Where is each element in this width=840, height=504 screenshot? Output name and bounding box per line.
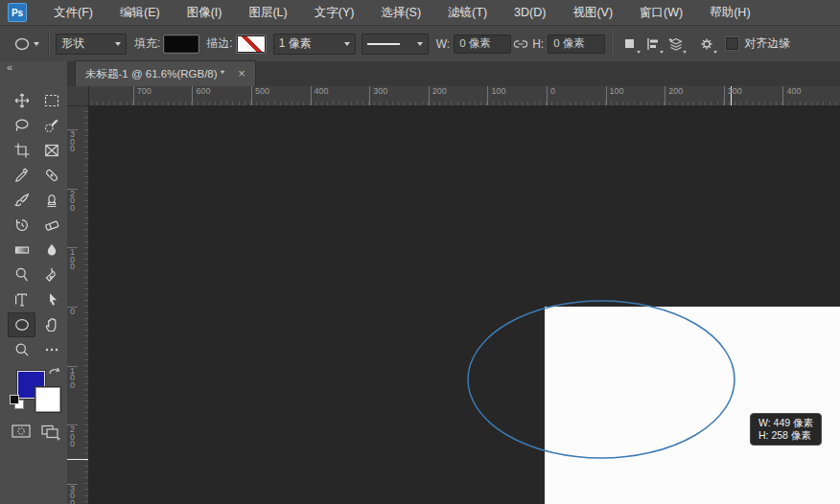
frame-tool[interactable] bbox=[37, 138, 65, 163]
ruler-cursor-marker-v bbox=[67, 459, 88, 460]
menu-help[interactable]: 帮助(H) bbox=[696, 0, 763, 25]
h-ruler-label: 700 bbox=[133, 86, 152, 105]
stroke-type-select[interactable] bbox=[362, 34, 429, 55]
lasso-tool[interactable] bbox=[8, 113, 35, 138]
h-ruler-label: 300 bbox=[369, 86, 387, 105]
tools-grid bbox=[8, 88, 65, 362]
ps-logo-icon: Ps bbox=[8, 3, 27, 22]
path-arrangement-button[interactable] bbox=[665, 33, 688, 56]
clone-stamp-tool[interactable] bbox=[37, 188, 65, 213]
menu-view[interactable]: 视图(V) bbox=[559, 0, 626, 25]
collapse-panel-button[interactable]: « bbox=[7, 61, 12, 73]
menu-layer[interactable]: 图层(L) bbox=[235, 0, 300, 25]
shape-height-input[interactable]: 0 像素 bbox=[548, 34, 605, 54]
stroke-width-value: 1 像素 bbox=[279, 35, 312, 52]
tab-close-icon[interactable]: × bbox=[238, 68, 245, 80]
menu-bar: Ps 文件(F)编辑(E)图像(I)图层(L)文字(Y)选择(S)滤镜(T)3D… bbox=[0, 0, 840, 26]
path-operations-button[interactable] bbox=[618, 33, 642, 56]
eyedropper-tool[interactable] bbox=[8, 163, 35, 188]
align-edges-checkbox[interactable] bbox=[726, 37, 738, 50]
path-selection-tool[interactable] bbox=[37, 287, 65, 312]
horizontal-ruler[interactable]: 7006005004003002001000100200300400 bbox=[67, 86, 840, 106]
eraser-tool[interactable] bbox=[37, 213, 65, 238]
hand-tool[interactable] bbox=[37, 312, 65, 337]
width-label: W: bbox=[436, 37, 450, 51]
menu-items: 文件(F)编辑(E)图像(I)图层(L)文字(Y)选择(S)滤镜(T)3D(D)… bbox=[40, 0, 764, 25]
menu-select[interactable]: 选择(S) bbox=[367, 0, 434, 25]
pen-tool[interactable] bbox=[37, 263, 65, 287]
v-ruler-label: 300 bbox=[67, 484, 78, 504]
gradient-tool[interactable] bbox=[8, 238, 35, 263]
h-ruler-label: 0 bbox=[547, 86, 555, 105]
v-ruler-label: 100 bbox=[67, 366, 78, 390]
separator bbox=[48, 32, 50, 57]
stroke-width-select[interactable]: 1 像素 bbox=[273, 34, 356, 55]
height-label: H: bbox=[532, 37, 544, 51]
h-ruler-label: 500 bbox=[251, 86, 269, 105]
tool-options-bar: 形状 填充: 描边: 1 像素 W: 0 像素 H: 0 像素 bbox=[0, 26, 840, 62]
marquee-tool[interactable] bbox=[37, 88, 65, 113]
history-brush-tool[interactable] bbox=[8, 213, 35, 238]
more-tools[interactable] bbox=[37, 337, 65, 362]
h-ruler-label: 600 bbox=[192, 86, 210, 105]
menu-file[interactable]: 文件(F) bbox=[40, 0, 106, 25]
ellipse-tool[interactable] bbox=[8, 312, 35, 337]
shape-width-value: 0 像素 bbox=[459, 36, 491, 51]
h-ruler-label: 100 bbox=[487, 86, 505, 105]
background-color-swatch[interactable] bbox=[35, 387, 60, 412]
tool-mode-value: 形状 bbox=[61, 35, 84, 52]
ruler-corner bbox=[67, 86, 89, 106]
blur-tool[interactable] bbox=[37, 238, 65, 263]
tool-preset-picker[interactable] bbox=[10, 33, 42, 56]
solid-line-icon bbox=[367, 43, 400, 45]
v-ruler-label: 200 bbox=[67, 424, 78, 448]
shape-width-input[interactable]: 0 像素 bbox=[454, 34, 511, 54]
menu-edit[interactable]: 编辑(E) bbox=[106, 0, 174, 25]
h-ruler-label: 200 bbox=[429, 86, 447, 105]
fill-color-swatch[interactable] bbox=[164, 35, 198, 53]
menu-image[interactable]: 图像(I) bbox=[174, 0, 236, 25]
move-tool[interactable] bbox=[8, 88, 35, 113]
type-tool[interactable] bbox=[8, 287, 35, 312]
quick-mask-icon bbox=[11, 423, 32, 440]
crop-tool[interactable] bbox=[8, 138, 35, 163]
menu-3d[interactable]: 3D(D) bbox=[501, 0, 559, 25]
stroke-color-swatch[interactable] bbox=[237, 35, 266, 53]
menu-filter[interactable]: 滤镜(T) bbox=[434, 0, 501, 25]
separator bbox=[611, 32, 613, 57]
align-edges-label: 对齐边缘 bbox=[744, 35, 790, 52]
brush-tool[interactable] bbox=[8, 188, 35, 213]
link-dimensions-button[interactable] bbox=[511, 33, 530, 56]
swap-colors-button[interactable] bbox=[48, 366, 60, 378]
v-ruler-label: 0 bbox=[67, 307, 78, 316]
h-ruler-label: 400 bbox=[311, 86, 329, 105]
tooltip-line: H: 258 像素 bbox=[758, 429, 813, 442]
zoom-tool[interactable] bbox=[8, 337, 35, 362]
color-widget bbox=[0, 366, 67, 420]
h-ruler-label: 100 bbox=[606, 86, 624, 105]
screen-mode-button[interactable] bbox=[38, 420, 61, 443]
path-alignment-button[interactable] bbox=[642, 33, 665, 56]
link-icon bbox=[513, 37, 528, 51]
healing-brush-tool[interactable] bbox=[37, 163, 65, 188]
v-ruler-label: 200 bbox=[67, 189, 78, 213]
h-ruler-label: 200 bbox=[665, 86, 683, 105]
quick-mask-button[interactable] bbox=[10, 420, 33, 443]
vertical-ruler[interactable]: 3002001000100200300 bbox=[67, 105, 89, 504]
ellipse-shape-preview bbox=[88, 105, 840, 504]
tooltip-line: W: 449 像素 bbox=[758, 417, 813, 429]
ellipse-preset-icon bbox=[13, 35, 31, 53]
document-tab-title: 未标题-1 @ 61.6%(RGB/8) * bbox=[85, 67, 224, 81]
geometry-options-button[interactable] bbox=[695, 33, 718, 56]
document-tab[interactable]: 未标题-1 @ 61.6%(RGB/8) * × bbox=[75, 60, 256, 86]
tool-mode-select[interactable]: 形状 bbox=[56, 34, 127, 55]
h-ruler-label: 400 bbox=[782, 86, 801, 105]
canvas-viewport[interactable]: W: 449 像素H: 258 像素 bbox=[88, 105, 840, 504]
menu-type[interactable]: 文字(Y) bbox=[301, 0, 368, 25]
quick-selection-tool[interactable] bbox=[37, 113, 65, 138]
shape-height-value: 0 像素 bbox=[553, 36, 585, 51]
menu-window[interactable]: 窗口(W) bbox=[626, 0, 696, 25]
dodge-tool[interactable] bbox=[8, 263, 35, 287]
h-ruler-label: 300 bbox=[724, 86, 742, 105]
size-tooltip: W: 449 像素H: 258 像素 bbox=[750, 413, 822, 446]
